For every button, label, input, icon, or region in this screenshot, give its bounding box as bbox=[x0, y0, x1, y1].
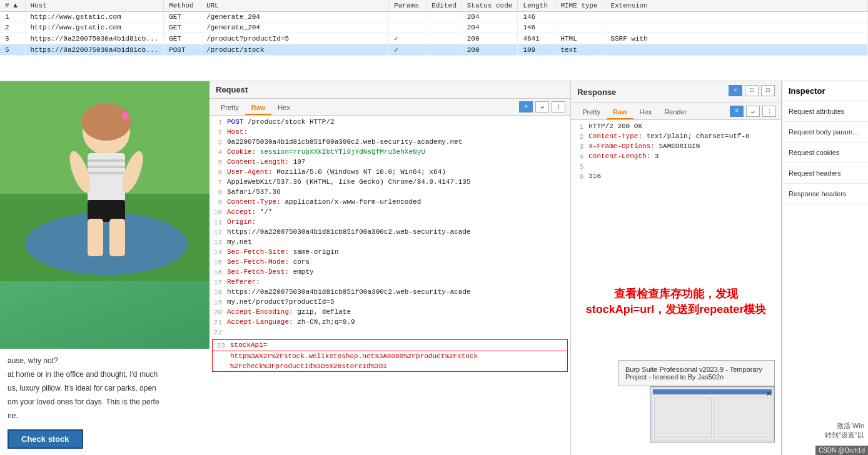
col-host[interactable]: Host bbox=[25, 0, 164, 12]
code-line: 18 https://0a220075030a4b1d81cb851f00a30… bbox=[209, 288, 570, 298]
code-line: 1 POST /product/stock HTTP/2 bbox=[209, 118, 570, 128]
resp-wrap-btn[interactable]: ↵ bbox=[746, 106, 760, 117]
text-line-1: ause, why not? bbox=[8, 355, 202, 366]
mini-close-button[interactable]: ✕ bbox=[767, 388, 772, 399]
annotation-text: 查看检查库存功能，发现stockApi=url，发送到repeater模块 bbox=[583, 286, 769, 318]
code-line: 20 Accept-Encoding: gzip, deflate bbox=[209, 308, 570, 318]
response-panel: Response ≡ □ □ Pretty Raw Hex Render ≡ ↵… bbox=[571, 81, 782, 455]
mini-content bbox=[653, 396, 772, 439]
inspector-item-attributes[interactable]: Request attributes bbox=[782, 101, 868, 122]
cell-length: 4641 bbox=[518, 33, 555, 44]
view-options-btn[interactable]: ⋮ bbox=[552, 101, 565, 112]
resp-view-options-btn[interactable]: □ bbox=[761, 85, 775, 96]
svg-rect-13 bbox=[88, 219, 103, 256]
response-panel-header: Response ≡ □ □ bbox=[571, 81, 781, 103]
table-row[interactable]: 5 https://0a220075030a4b1d81cb... POST /… bbox=[0, 44, 868, 56]
code-line: 4 Cookie: session=rrupXXkIbtYTl9jYdNsQfM… bbox=[209, 148, 570, 158]
resp-view-wrap-btn[interactable]: □ bbox=[745, 85, 759, 96]
code-line: 16 Sec-Fetch-Dest: empty bbox=[209, 268, 570, 278]
col-num[interactable]: # ▲ bbox=[0, 0, 25, 12]
text-line-4: om your loved ones for days. This is the… bbox=[8, 396, 202, 408]
col-method[interactable]: Method bbox=[164, 0, 201, 12]
table-row[interactable]: 2 http://www.gstatic.com GET /generate_2… bbox=[0, 22, 868, 33]
request-tab-icons: ≡ ↵ ⋮ bbox=[519, 101, 565, 115]
http-table-area: # ▲ Host Method URL Params Edited Status… bbox=[0, 0, 868, 81]
resp-opt-btn[interactable]: ⋮ bbox=[762, 106, 776, 117]
cell-host: http://www.gstatic.com bbox=[25, 12, 164, 22]
cell-edited bbox=[426, 44, 462, 56]
svg-rect-14 bbox=[109, 219, 125, 256]
view-wrap-btn[interactable]: ↵ bbox=[535, 101, 549, 112]
cell-ext bbox=[605, 22, 868, 33]
cell-method: GET bbox=[164, 33, 201, 44]
text-line-2: at home or in the office and thought, I'… bbox=[8, 369, 202, 380]
cell-num: 5 bbox=[0, 44, 25, 56]
table-row[interactable]: 1 http://www.gstatic.com GET /generate_2… bbox=[0, 12, 868, 22]
cell-status: 200 bbox=[462, 44, 518, 56]
cell-params bbox=[389, 12, 426, 22]
col-url[interactable]: URL bbox=[201, 0, 389, 12]
product-text: ause, why not? at home or in the office … bbox=[0, 349, 209, 455]
svg-rect-12 bbox=[88, 200, 125, 222]
mini-pane-1 bbox=[654, 397, 712, 438]
inspector-item-cookies[interactable]: Request cookies bbox=[782, 142, 868, 163]
cell-num: 1 bbox=[0, 12, 25, 22]
cell-length: 146 bbox=[518, 22, 555, 33]
col-mime[interactable]: MIME type bbox=[555, 0, 605, 12]
inspector-item-resp-headers[interactable]: Response headers bbox=[782, 184, 868, 204]
cell-length: 109 bbox=[518, 44, 555, 56]
cell-ext bbox=[605, 12, 868, 22]
tab-render-resp[interactable]: Render bbox=[658, 106, 693, 119]
cell-host: https://0a220075030a4b1d81cb... bbox=[25, 33, 164, 44]
cell-ext: SSRF with bbox=[605, 33, 868, 44]
tab-pretty[interactable]: Pretty bbox=[214, 101, 245, 115]
col-ext[interactable]: Extension bbox=[605, 0, 868, 12]
resp-code-line: 1 HTTP/2 200 OK bbox=[571, 122, 781, 132]
col-status[interactable]: Status code bbox=[462, 0, 518, 12]
left-image: ause, why not? at home or in the office … bbox=[0, 81, 209, 455]
cell-edited bbox=[426, 12, 462, 22]
svg-rect-9 bbox=[88, 172, 125, 174]
col-edited[interactable]: Edited bbox=[426, 0, 462, 12]
tab-pretty-resp[interactable]: Pretty bbox=[576, 106, 607, 119]
code-line: 7 AppleWebKit/537.36 (KHTML, like Gecko)… bbox=[209, 178, 570, 188]
view-text-btn[interactable]: ≡ bbox=[519, 101, 533, 112]
burp-tooltip-text: Burp Suite Professional v2023.9 - Tempor… bbox=[625, 366, 762, 381]
code-line: 22 bbox=[209, 328, 570, 338]
request-panel: Request Pretty Raw Hex ≡ ↵ ⋮ 1 POST /pro… bbox=[209, 81, 571, 455]
text-line-3: us, luxury pillow. It's ideal for car pa… bbox=[8, 382, 202, 394]
inspector-item-req-headers[interactable]: Request headers bbox=[782, 163, 868, 184]
col-length[interactable]: Length bbox=[518, 0, 555, 12]
burp-tooltip: Burp Suite Professional v2023.9 - Tempor… bbox=[618, 360, 775, 386]
tab-raw[interactable]: Raw bbox=[245, 101, 272, 115]
response-tabs: Pretty Raw Hex Render ≡ ↵ ⋮ bbox=[571, 103, 781, 120]
stockapi-line: 23 stockApi= bbox=[212, 339, 568, 351]
cell-url: /generate_204 bbox=[201, 12, 389, 22]
check-stock-button[interactable]: Check stock bbox=[8, 429, 83, 449]
col-params[interactable]: Params bbox=[389, 0, 426, 12]
code-line: 8 Safari/537.36 bbox=[209, 188, 570, 198]
tab-hex-resp[interactable]: Hex bbox=[633, 106, 659, 119]
svg-rect-8 bbox=[88, 166, 125, 168]
table-row[interactable]: 3 https://0a220075030a4b1d81cb... GET /p… bbox=[0, 33, 868, 44]
cell-status: 204 bbox=[462, 22, 518, 33]
tab-hex[interactable]: Hex bbox=[271, 101, 296, 115]
tab-raw-resp[interactable]: Raw bbox=[607, 106, 633, 119]
code-line: 6 User-Agent: Mozilla/5.0 (Windows NT 10… bbox=[209, 168, 570, 178]
cell-mime bbox=[555, 22, 605, 33]
request-code-area[interactable]: 1 POST /product/stock HTTP/2 2 Host: 3 0… bbox=[209, 116, 570, 455]
cell-host: http://www.gstatic.com bbox=[25, 22, 164, 33]
inspector-panel: Inspector Request attributes Request bod… bbox=[782, 81, 868, 455]
resp-view-text-btn[interactable]: ≡ bbox=[729, 85, 742, 96]
cell-mime: HTML bbox=[555, 33, 605, 44]
mini-pane-2 bbox=[713, 397, 770, 438]
cell-edited bbox=[426, 33, 462, 44]
resp-text-btn[interactable]: ≡ bbox=[730, 106, 744, 117]
svg-rect-7 bbox=[88, 159, 125, 162]
cell-status: 200 bbox=[462, 33, 518, 44]
response-code-area[interactable]: 1 HTTP/2 200 OK 2 Content-Type: text/pla… bbox=[571, 120, 781, 245]
inspector-item-body-params[interactable]: Request body param... bbox=[782, 122, 868, 142]
mini-screenshot: ✕ bbox=[650, 386, 775, 442]
resp-code-line: 3 X-Frame-Options: SAMEORIGIN bbox=[571, 142, 781, 152]
cell-num: 3 bbox=[0, 33, 25, 44]
